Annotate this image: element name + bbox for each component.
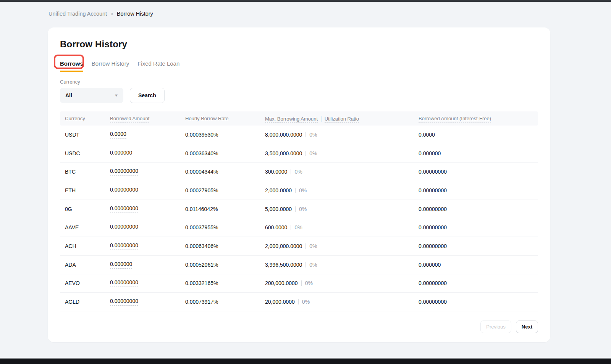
previous-page-button[interactable]: Previous xyxy=(480,321,511,333)
cell-borrowed-amount[interactable]: 0.000000 xyxy=(110,261,132,269)
table-row: USDT 0.0000 0.00039530% 8,000,000.0000 0… xyxy=(60,126,538,144)
cell-max-borrowing-amount: 200,000.0000 xyxy=(265,280,298,286)
cell-divider xyxy=(291,225,291,230)
cell-currency: ETH xyxy=(65,187,110,193)
cell-currency: AEVO xyxy=(65,280,110,286)
cell-borrowed-amount[interactable]: 0.00000000 xyxy=(110,168,138,176)
cell-hourly-borrow-rate: 0.01146042% xyxy=(185,206,265,212)
header-utilization-ratio[interactable]: Utilization Ratio xyxy=(325,116,359,123)
cell-hourly-borrow-rate: 0.00332165% xyxy=(185,280,265,286)
cell-borrowed-amount-interest-free: 0.000000 xyxy=(419,150,533,156)
cell-borrowed-amount-interest-free: 0.00000000 xyxy=(419,224,533,230)
cell-borrowed-amount-interest-free: 0.00000000 xyxy=(419,299,533,305)
cell-borrowed-amount[interactable]: 0.00000000 xyxy=(110,205,138,213)
cell-utilization-ratio: 0% xyxy=(294,224,302,230)
header-max-borrowing-amount[interactable]: Max. Borrowing Amount xyxy=(265,116,318,123)
cell-hourly-borrow-rate: 0.00073917% xyxy=(185,299,265,305)
cell-utilization-ratio: 0% xyxy=(305,280,313,286)
cell-borrowed-amount-interest-free: 0.00000000 xyxy=(419,206,533,212)
cell-currency: AAVE xyxy=(65,224,110,230)
cell-borrowed-amount[interactable]: 0.00000000 xyxy=(110,187,138,194)
filter-row: All ▼ Search xyxy=(60,88,538,103)
cell-hourly-borrow-rate: 0.00027905% xyxy=(185,187,265,193)
cell-borrowed-amount-interest-free: 0.00000000 xyxy=(419,280,533,286)
cell-utilization-ratio: 0% xyxy=(309,262,317,268)
header-borrowed-amount-interest-free[interactable]: Borrowed Amount (Interest-Free) xyxy=(419,116,491,122)
cell-borrowed-amount[interactable]: 0.00000000 xyxy=(110,224,138,231)
next-page-button[interactable]: Next xyxy=(516,321,538,333)
cell-hourly-borrow-rate: 0.00004344% xyxy=(185,169,265,175)
cell-borrowed-amount[interactable]: 0.00000000 xyxy=(110,298,138,306)
table-row: ETH 0.00000000 0.00027905% 2,000.0000 0%… xyxy=(60,181,538,200)
currency-dropdown-value: All xyxy=(65,92,72,98)
currency-dropdown[interactable]: All ▼ xyxy=(60,88,123,103)
table-row: AEVO 0.00000000 0.00332165% 200,000.0000… xyxy=(60,274,538,293)
cell-divider xyxy=(306,243,306,249)
cell-utilization-ratio: 0% xyxy=(309,150,317,156)
table-body: USDT 0.0000 0.00039530% 8,000,000.0000 0… xyxy=(60,126,538,311)
header-hourly-borrow-rate: Hourly Borrow Rate xyxy=(185,116,265,121)
cell-currency: BTC xyxy=(65,169,110,175)
pagination: Previous Next xyxy=(480,321,538,333)
cell-hourly-borrow-rate: 0.00052061% xyxy=(185,262,265,268)
page-title: Borrow History xyxy=(60,39,538,50)
cell-divider xyxy=(298,299,299,304)
cell-divider xyxy=(306,151,306,156)
chevron-down-icon: ▼ xyxy=(114,93,119,97)
taskbar-strip xyxy=(0,358,611,364)
cell-max-borrowing-amount: 2,000.0000 xyxy=(265,187,292,193)
cell-borrowed-amount-interest-free: 0.0000 xyxy=(419,132,533,138)
header-divider: | xyxy=(320,116,322,122)
table-header-row: Currency Borrowed Amount Hourly Borrow R… xyxy=(60,111,538,126)
cell-borrowed-amount[interactable]: 0.000000 xyxy=(110,150,132,157)
borrow-history-card: Borrow History Borrows Borrow History Fi… xyxy=(48,27,550,342)
breadcrumb-current: Borrow History xyxy=(117,11,153,17)
cell-divider xyxy=(306,132,306,137)
table-row: AGLD 0.00000000 0.00073917% 20,000.0000 … xyxy=(60,293,538,311)
cell-max-borrowing-amount: 3,500,000.0000 xyxy=(265,150,302,156)
cell-hourly-borrow-rate: 0.00037955% xyxy=(185,224,265,230)
cell-divider xyxy=(301,280,302,286)
header-borrowed-amount[interactable]: Borrowed Amount xyxy=(110,116,149,122)
tab-borrows[interactable]: Borrows xyxy=(60,57,83,72)
cell-max-borrowing-amount: 2,000,000.0000 xyxy=(265,243,302,249)
breadcrumb-parent-link[interactable]: Unified Trading Account xyxy=(48,11,107,17)
breadcrumb-separator-icon: > xyxy=(110,11,113,17)
table-row: AAVE 0.00000000 0.00037955% 600.0000 0% … xyxy=(60,218,538,237)
cell-hourly-borrow-rate: 0.00036340% xyxy=(185,150,265,156)
cell-max-borrowing-amount: 20,000.0000 xyxy=(265,299,295,305)
cell-utilization-ratio: 0% xyxy=(309,132,317,138)
table-row: 0G 0.00000000 0.01146042% 5,000.0000 0% … xyxy=(60,200,538,219)
cell-currency: ADA xyxy=(65,262,110,268)
cell-utilization-ratio: 0% xyxy=(294,169,302,175)
cell-utilization-ratio: 0% xyxy=(299,187,307,193)
cell-utilization-ratio: 0% xyxy=(309,243,317,249)
table-row: USDC 0.000000 0.00036340% 3,500,000.0000… xyxy=(60,144,538,163)
breadcrumb: Unified Trading Account > Borrow History xyxy=(48,11,153,17)
table-row: ACH 0.00000000 0.00063406% 2,000,000.000… xyxy=(60,237,538,256)
cell-max-borrowing-amount: 600.0000 xyxy=(265,224,287,230)
cell-borrowed-amount[interactable]: 0.00000000 xyxy=(110,242,138,250)
currency-filter-label: Currency xyxy=(60,79,538,85)
cell-currency: AGLD xyxy=(65,299,110,305)
cell-divider xyxy=(295,188,296,193)
cell-divider xyxy=(291,169,291,174)
cell-max-borrowing-amount: 3,996,500.0000 xyxy=(265,262,302,268)
cell-utilization-ratio: 0% xyxy=(302,299,310,305)
cell-borrowed-amount[interactable]: 0.00000000 xyxy=(110,279,138,287)
tab-borrow-history[interactable]: Borrow History xyxy=(92,57,129,72)
search-button[interactable]: Search xyxy=(130,88,165,103)
cell-max-borrowing-amount: 300.0000 xyxy=(265,169,287,175)
cell-borrowed-amount-interest-free: 0.00000000 xyxy=(419,243,533,249)
tab-bar: Borrows Borrow History Fixed Rate Loan xyxy=(60,57,538,72)
cell-borrowed-amount[interactable]: 0.0000 xyxy=(110,131,126,139)
cell-borrowed-amount-interest-free: 0.00000000 xyxy=(419,169,533,175)
cell-currency: ACH xyxy=(65,243,110,249)
cell-utilization-ratio: 0% xyxy=(299,206,307,212)
cell-currency: USDT xyxy=(65,132,110,138)
tab-fixed-rate-loan[interactable]: Fixed Rate Loan xyxy=(137,57,179,72)
cell-hourly-borrow-rate: 0.00039530% xyxy=(185,132,265,138)
table-row: BTC 0.00000000 0.00004344% 300.0000 0% 0… xyxy=(60,163,538,181)
cell-borrowed-amount-interest-free: 0.000000 xyxy=(419,262,533,268)
cell-currency: USDC xyxy=(65,150,110,156)
